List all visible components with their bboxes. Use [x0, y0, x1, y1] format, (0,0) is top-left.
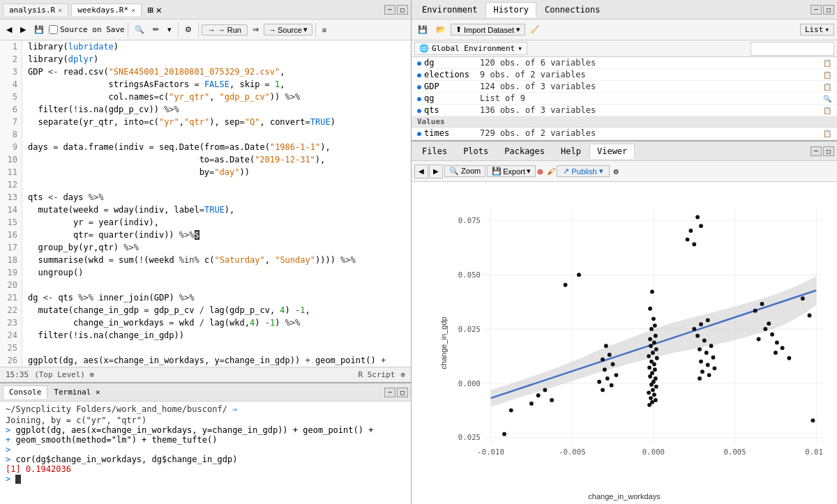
env-row-qg[interactable]: ●qg List of 9 🔍: [412, 93, 837, 105]
svg-point-65: [509, 408, 513, 413]
tab-overflow-icon[interactable]: ✕: [156, 4, 162, 15]
spell-btn[interactable]: ✏: [149, 24, 163, 36]
back-btn[interactable]: ◀: [3, 24, 15, 36]
var-action-qg[interactable]: 🔍: [823, 95, 831, 102]
close-weekdays-icon[interactable]: ✕: [131, 6, 135, 14]
tab-packages[interactable]: Packages: [497, 144, 552, 159]
svg-point-68: [699, 323, 703, 327]
lines-btn[interactable]: ≡: [319, 24, 330, 36]
env-dropdown-icon[interactable]: ▾: [518, 44, 522, 53]
viewer-maximize-icon[interactable]: □: [823, 146, 834, 156]
global-env-selector[interactable]: 🌐 Global Environment ▾: [414, 42, 527, 55]
editor-title-bar: analysis.R ✕ weekdays.R* ✕ ⊞ ✕ ─ □: [0, 0, 411, 20]
publish-dropdown-icon[interactable]: ▾: [599, 167, 603, 176]
tab-environment[interactable]: Environment: [414, 2, 485, 17]
env-table: ●dg 120 obs. of 6 variables 📋 ●elections…: [412, 57, 837, 140]
clear-button[interactable]: ⊗: [537, 166, 543, 177]
var-action-gdp[interactable]: 📋: [823, 83, 831, 91]
svg-point-40: [654, 376, 658, 381]
env-row-elections[interactable]: ●elections 9 obs. of 2 variables 📋: [412, 69, 837, 81]
format-btn[interactable]: ⚙: [181, 24, 195, 36]
export-button[interactable]: 💾 Export ▾: [487, 165, 536, 177]
var-action-times[interactable]: 📋: [823, 130, 831, 137]
env-maximize-icon[interactable]: □: [823, 5, 834, 15]
svg-point-62: [536, 394, 541, 398]
svg-text:-0.025: -0.025: [457, 434, 481, 443]
tab-history[interactable]: History: [485, 2, 536, 17]
svg-point-84: [767, 322, 771, 326]
file-type-dropdown[interactable]: ⊕: [400, 370, 405, 379]
env-row-qts[interactable]: ●qts 136 obs. of 3 variables 📋: [412, 105, 837, 116]
env-load-btn[interactable]: 📂: [432, 24, 449, 36]
code-line-18: summarise(wkd = sum(!(weekd %in% c("Satu…: [28, 254, 405, 266]
console-maximize-icon[interactable]: □: [397, 388, 408, 397]
console-tabs: Console Terminal ✕ ─ □: [0, 383, 411, 402]
brush-icon[interactable]: 🖌: [547, 167, 555, 176]
tab-connections[interactable]: Connections: [537, 2, 608, 17]
close-analysis-icon[interactable]: ✕: [58, 6, 62, 14]
ln-6: 6: [4, 103, 17, 116]
env-minimize-icon[interactable]: ─: [810, 5, 822, 15]
viewer-minimize-icon[interactable]: ─: [810, 146, 822, 156]
svg-point-24: [653, 324, 657, 328]
console-minimize-icon[interactable]: ─: [384, 388, 395, 397]
svg-point-27: [648, 337, 652, 342]
env-row-times[interactable]: ●times 729 obs. of 2 variables 📋: [412, 128, 837, 139]
source-button[interactable]: → Source ▾: [264, 24, 312, 36]
var-action-elections[interactable]: 📋: [823, 71, 831, 79]
tab-terminal[interactable]: Terminal ✕: [47, 385, 106, 399]
var-action-dg[interactable]: 📋: [823, 59, 831, 67]
svg-point-99: [689, 229, 693, 233]
svg-text:0.075: 0.075: [458, 217, 481, 226]
env-clear-btn[interactable]: 🧹: [527, 24, 543, 36]
env-row-gdp[interactable]: ●GDP 124 obs. of 3 variables 📋: [412, 81, 837, 93]
code-editor[interactable]: 1 2 3 4 5 6 7 8 9 10 11 12 13 14 15 16 1…: [0, 40, 411, 367]
env-save-btn[interactable]: 💾: [414, 24, 431, 36]
search-btn[interactable]: 🔍: [131, 24, 148, 36]
run-button[interactable]: → → Run: [202, 24, 248, 36]
source-dropdown-icon[interactable]: ▾: [303, 25, 308, 34]
tab-console[interactable]: Console: [3, 385, 47, 399]
env-search-input[interactable]: [751, 42, 834, 56]
tab-plots[interactable]: Plots: [455, 144, 496, 159]
svg-point-58: [597, 380, 601, 384]
source-on-save-label[interactable]: Source on Save: [49, 25, 125, 34]
svg-point-54: [611, 362, 615, 367]
forward-btn[interactable]: ▶: [17, 24, 29, 36]
tab-files[interactable]: Files: [414, 144, 455, 159]
svg-point-51: [604, 344, 608, 349]
ln-9: 9: [4, 141, 17, 153]
export-dropdown-icon[interactable]: ▾: [527, 167, 531, 176]
svg-text:0.050: 0.050: [458, 270, 481, 280]
new-tab-btn[interactable]: ⊞: [147, 4, 153, 15]
list-view-button[interactable]: List ▾: [800, 24, 834, 36]
import-dropdown-icon[interactable]: ▾: [516, 25, 520, 34]
code-content[interactable]: library(lubridate) library(dplyr) GDP <-…: [22, 40, 411, 367]
tab-analysis[interactable]: analysis.R ✕: [3, 3, 68, 16]
code-line-9: days = data.frame(indiv = seq.Date(from=…: [28, 141, 405, 153]
console-content[interactable]: ~/Syncplicity Folders/work_and_home/busc…: [0, 402, 411, 504]
run-all-btn[interactable]: ⇒: [249, 24, 262, 36]
import-dataset-button[interactable]: ⬆ Import Dataset ▾: [451, 24, 525, 36]
sep2: [178, 23, 179, 37]
tab-weekdays[interactable]: weekdays.R* ✕: [71, 3, 142, 16]
zoom-button[interactable]: 🔍 Zoom: [444, 165, 485, 177]
console-cmd-1: > ggplot(dg, aes(x=change_in_workdays, y…: [6, 425, 405, 435]
minimize-icon[interactable]: ─: [384, 5, 395, 15]
spell-dropdown[interactable]: ▾: [164, 24, 175, 36]
tab-help[interactable]: Help: [553, 144, 589, 159]
source-on-save-checkbox[interactable]: [49, 25, 58, 34]
save-btn[interactable]: 💾: [31, 24, 47, 36]
svg-point-101: [695, 215, 700, 220]
cursor-position: 15:35: [6, 370, 29, 379]
svg-point-35: [652, 362, 656, 367]
publish-button[interactable]: ↗ Publish ▾: [557, 165, 609, 177]
viewer-settings-icon[interactable]: ⚙: [614, 167, 619, 176]
var-action-qts[interactable]: 📋: [823, 107, 831, 114]
nav-forward-btn[interactable]: ▶: [429, 165, 443, 178]
tab-viewer[interactable]: Viewer: [589, 144, 635, 159]
maximize-icon[interactable]: □: [397, 5, 408, 15]
list-dropdown-icon[interactable]: ▾: [824, 25, 829, 34]
env-row-dg[interactable]: ●dg 120 obs. of 6 variables 📋: [412, 57, 837, 69]
nav-back-btn[interactable]: ◀: [414, 165, 428, 178]
